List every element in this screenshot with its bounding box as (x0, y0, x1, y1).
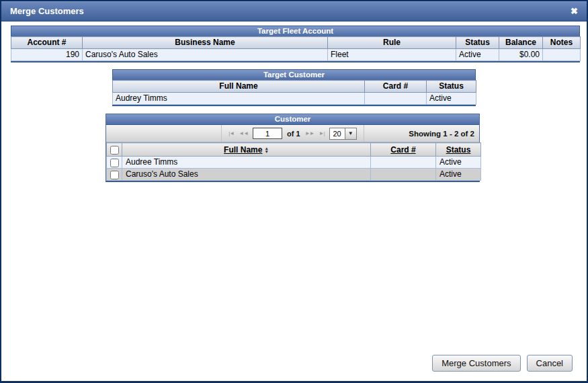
cell-card (365, 93, 427, 105)
col-rule: Rule (328, 37, 456, 49)
col-card-label[interactable]: Card # (390, 145, 415, 155)
header-row: Account # Business Name Rule Status Bala… (11, 37, 581, 49)
cell-status: Active (427, 93, 476, 105)
dialog-content: Target Fleet Account Account # Business … (1, 22, 587, 380)
target-fleet-account-title: Target Fleet Account (11, 26, 580, 36)
cell-status: Active (436, 157, 481, 169)
sort-icon: ▲▼ (264, 146, 268, 153)
pager-next-icon[interactable]: ►► (305, 131, 314, 136)
merge-customers-button[interactable]: Merge Customers (432, 355, 520, 372)
target-customer-title: Target Customer (112, 69, 476, 80)
footer-actions: Merge Customers Cancel (432, 355, 573, 372)
target-customer-table: Full Name Card # Status Audrey Timms Act… (112, 80, 476, 105)
cell-full-name: Audree Timms (122, 157, 371, 169)
merge-customers-dialog: Merge Customers ✖ Target Fleet Account A… (0, 0, 588, 383)
row-checkbox[interactable] (110, 171, 119, 179)
page-size-select[interactable]: 20 ▼ (329, 128, 357, 140)
pager-last-icon[interactable]: ►| (319, 131, 325, 136)
cell-status: Active (456, 49, 499, 61)
cell-balance: $0.00 (499, 49, 543, 61)
dialog-title: Merge Customers (10, 6, 84, 16)
row-select-cell (107, 169, 122, 181)
cell-full-name: Audrey Timms (113, 93, 365, 105)
select-all-checkbox[interactable] (110, 146, 119, 155)
cancel-button[interactable]: Cancel (527, 355, 573, 372)
col-balance: Balance (499, 37, 543, 49)
dialog-titlebar: Merge Customers ✖ (1, 1, 587, 22)
table-row: 190 Caruso's Auto Sales Fleet Active $0.… (11, 49, 581, 61)
cell-card (371, 157, 436, 169)
table-row: Audrey Timms Active (113, 93, 476, 105)
col-status: Status (427, 81, 476, 93)
col-card: Card # (365, 81, 427, 93)
pager-first-icon[interactable]: |◄ (228, 131, 234, 136)
table-row[interactable]: Audree Timms Active (107, 157, 481, 169)
col-status: Status (456, 37, 499, 49)
cell-account: 190 (11, 49, 83, 61)
col-business-name: Business Name (83, 37, 328, 49)
target-fleet-account-table: Account # Business Name Rule Status Bala… (11, 36, 581, 61)
showing-label: Showing 1 - 2 of 2 (409, 130, 474, 138)
row-select-cell (107, 157, 122, 169)
customer-grid-table: Full Name▲▼ Card # Status Audree Timms (106, 142, 481, 181)
select-all-header (107, 143, 122, 157)
header-row: Full Name▲▼ Card # Status (107, 143, 481, 157)
page-number-input[interactable] (253, 128, 282, 139)
header-row: Full Name Card # Status (113, 81, 476, 93)
chevron-down-icon: ▼ (345, 128, 356, 139)
col-account: Account # (11, 37, 83, 49)
col-full-name: Full Name (113, 81, 365, 93)
cell-full-name: Caruso's Auto Sales (122, 169, 371, 181)
col-status-sortable[interactable]: Status (436, 143, 481, 157)
target-customer-panel: Target Customer Full Name Card # Status … (112, 69, 476, 106)
cell-notes (543, 49, 581, 61)
col-card-sortable[interactable]: Card # (371, 143, 436, 157)
page-of-label: of 1 (287, 130, 300, 138)
col-status-label[interactable]: Status (446, 145, 471, 155)
cell-card (371, 169, 436, 181)
col-full-name-label[interactable]: Full Name (224, 145, 262, 155)
row-checkbox[interactable] (110, 159, 119, 167)
target-fleet-account-panel: Target Fleet Account Account # Business … (11, 26, 580, 62)
col-full-name-sortable[interactable]: Full Name▲▼ (122, 143, 371, 157)
cell-status: Active (436, 169, 481, 181)
cell-rule: Fleet (328, 49, 456, 61)
page-size-value: 20 (330, 130, 345, 138)
col-notes: Notes (543, 37, 581, 49)
table-row[interactable]: Caruso's Auto Sales Active (107, 169, 481, 181)
cell-business-name: Caruso's Auto Sales (83, 49, 328, 61)
customer-grid-panel: Customer |◄ ◄◄ of 1 ►► ►| 20 ▼ Showing 1… (106, 114, 480, 182)
pager-controls: |◄ ◄◄ of 1 ►► ►| 20 ▼ (221, 125, 364, 142)
close-icon[interactable]: ✖ (571, 7, 578, 15)
pager-toolbar: |◄ ◄◄ of 1 ►► ►| 20 ▼ Showing 1 - 2 of 2 (106, 125, 479, 142)
customer-grid-title: Customer (106, 114, 479, 125)
pager-prev-icon[interactable]: ◄◄ (239, 131, 248, 136)
